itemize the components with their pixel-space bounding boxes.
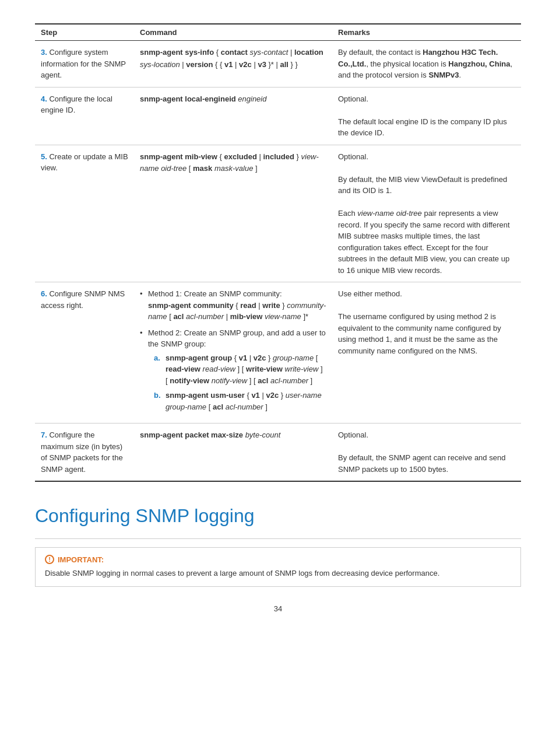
table-row: 7. Configure the maximum size (in bytes)…	[35, 424, 521, 482]
step-number: 5.	[41, 152, 47, 161]
command-text: snmp-agent local-engineid engineid	[140, 94, 266, 103]
command-cell: snmp-agent sys-info { contact sys-contac…	[134, 41, 332, 88]
table-header-command: Command	[134, 24, 332, 41]
list-item: Method 1: Create an SNMP community: snmp…	[140, 288, 326, 323]
section-title: Configuring SNMP logging	[35, 505, 521, 527]
step-description: Configure the maximum size (in bytes) of…	[41, 430, 123, 474]
remarks-cell: Optional. By default, the SNMP agent can…	[332, 424, 521, 482]
remarks-cell: By default, the contact is Hangzhou H3C …	[332, 41, 521, 88]
step-cell: 4. Configure the local engine ID.	[35, 87, 134, 145]
list-item: Method 2: Create an SNMP group, and add …	[140, 327, 326, 413]
command-cell: Method 1: Create an SNMP community: snmp…	[134, 282, 332, 424]
important-label-text: IMPORTANT:	[58, 555, 104, 564]
main-table: Step Command Remarks 3. Configure system…	[35, 23, 521, 482]
important-icon: !	[45, 555, 54, 564]
command-text: snmp-agent sys-info { contact sys-contac…	[140, 48, 323, 69]
list-item: snmp-agent usm-user { v1 | v2c } user-na…	[154, 390, 326, 412]
step-cell: 7. Configure the maximum size (in bytes)…	[35, 424, 134, 482]
remarks-cell: Optional. The default local engine ID is…	[332, 87, 521, 145]
table-row: 3. Configure system information for the …	[35, 41, 521, 88]
step-number: 7.	[41, 430, 47, 439]
command-text: snmp-agent mib-view { excluded | include…	[140, 152, 319, 173]
step-cell: 5. Create or update a MIB view.	[35, 145, 134, 282]
table-header-step: Step	[35, 24, 134, 41]
important-text: Disable SNMP logging in normal cases to …	[45, 568, 511, 579]
step-cell: 6. Configure SNMP NMS access right.	[35, 282, 134, 424]
page-number: 34	[35, 604, 521, 613]
step-description: Create or update a MIB view.	[41, 152, 128, 173]
step-description: Configure system information for the SNM…	[41, 48, 126, 79]
table-header-remarks: Remarks	[332, 24, 521, 41]
step-number: 6.	[41, 289, 47, 298]
section-divider	[35, 538, 521, 539]
command-cell: snmp-agent mib-view { excluded | include…	[134, 145, 332, 282]
step-number: 3.	[41, 48, 47, 57]
command-bullet-list: Method 1: Create an SNMP community: snmp…	[140, 288, 326, 412]
remarks-cell: Use either method. The username configur…	[332, 282, 521, 424]
important-label: ! IMPORTANT:	[45, 555, 511, 564]
command-sublist: snmp-agent group { v1 | v2c } group-name…	[154, 352, 326, 413]
command-text: snmp-agent packet max-size byte-count	[140, 430, 280, 439]
important-box: ! IMPORTANT: Disable SNMP logging in nor…	[35, 547, 521, 587]
step-description: Configure SNMP NMS access right.	[41, 289, 125, 310]
step-cell: 3. Configure system information for the …	[35, 41, 134, 88]
table-row: 5. Create or update a MIB view. snmp-age…	[35, 145, 521, 282]
step-number: 4.	[41, 94, 47, 103]
step-description: Configure the local engine ID.	[41, 94, 112, 115]
command-cell: snmp-agent packet max-size byte-count	[134, 424, 332, 482]
table-row: 4. Configure the local engine ID. snmp-a…	[35, 87, 521, 145]
remarks-cell: Optional. By default, the MIB view ViewD…	[332, 145, 521, 282]
table-row: 6. Configure SNMP NMS access right. Meth…	[35, 282, 521, 424]
command-cell: snmp-agent local-engineid engineid	[134, 87, 332, 145]
list-item: snmp-agent group { v1 | v2c } group-name…	[154, 352, 326, 387]
